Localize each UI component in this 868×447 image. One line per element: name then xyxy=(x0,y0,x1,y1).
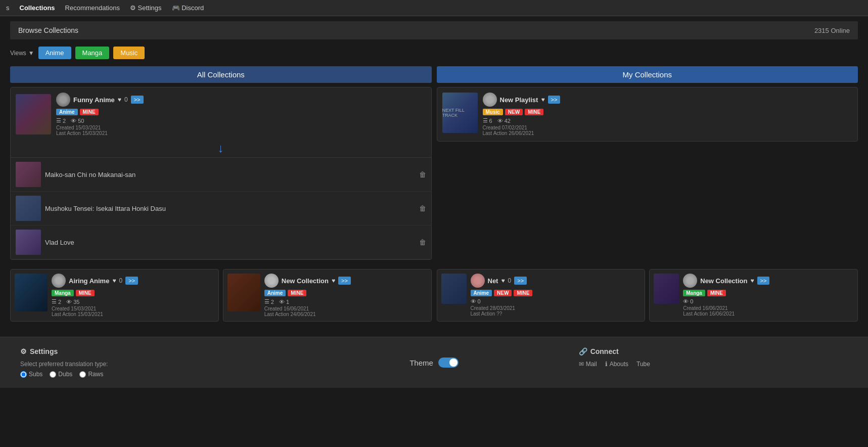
footer-settings-subtitle: Select preferred translation type: xyxy=(20,361,289,368)
airing-dates: Created 15/03/2021 Last Action 15/03/202… xyxy=(52,306,214,317)
expanded-item-1[interactable]: Maiko-san Chi no Makanai-san 🗑 xyxy=(11,158,431,192)
new-playlist-card[interactable]: NEXT FILL TRACK New Playlist ♥ >> Music … xyxy=(437,87,858,142)
footer-link-tube[interactable]: Tube xyxy=(636,361,650,368)
new-collection-right-title: New Collection xyxy=(700,277,747,285)
nav-item-s[interactable]: s xyxy=(6,4,10,12)
footer-settings: ⚙ Settings Select preferred translation … xyxy=(20,347,289,378)
nav-bar: s Collections Recommendations ⚙ Settings… xyxy=(0,0,868,16)
item-thumb-2 xyxy=(16,196,41,221)
info-icon: ℹ xyxy=(605,361,608,368)
net-title: Net xyxy=(488,277,498,285)
radio-subs[interactable]: Subs xyxy=(20,371,42,378)
new-playlist-avatar xyxy=(483,93,497,107)
airing-anime-card[interactable]: Airing Anime ♥ 0 >> Manga MINE ☰ 2 👁 35 xyxy=(10,269,219,322)
expanded-item-2[interactable]: Mushoku Tensei: Isekai Ittara Honki Dasu… xyxy=(11,192,431,226)
airing-tag-manga: Manga xyxy=(52,290,74,296)
net-tag-anime: Anime xyxy=(471,290,492,296)
net-likes: 0 xyxy=(508,277,512,284)
new-collection-right-card[interactable]: New Collection ♥ >> Manga MINE 👁 0 Creat… xyxy=(649,269,858,322)
anime-button[interactable]: Anime xyxy=(38,47,71,59)
my-collections-column: My Collections NEXT FILL TRACK New Playl… xyxy=(437,66,858,264)
net-header-row: Net ♥ 0 >> xyxy=(471,274,641,288)
funny-anime-dates: Created 15/03/2021 Last Action 15/03/202… xyxy=(56,125,426,136)
airing-anime-heart: ♥ xyxy=(112,277,116,284)
funny-anime-card-header: Funny Anime ♥ 0 >> Anime MINE ☰ 2 👁 50 xyxy=(11,87,431,141)
item-title-2: Mushoku Tensei: Isekai Ittara Honki Dasu xyxy=(45,205,415,212)
net-avatar xyxy=(471,274,485,288)
online-count: 2315 Online xyxy=(814,27,850,34)
net-tag-new: NEW xyxy=(494,290,512,296)
new-collection-right-thumb xyxy=(654,274,679,304)
funny-anime-card[interactable]: Funny Anime ♥ 0 >> Anime MINE ☰ 2 👁 50 xyxy=(10,87,432,260)
manga-button[interactable]: Manga xyxy=(75,47,110,59)
funny-anime-tags: Anime MINE xyxy=(56,109,426,115)
airing-tag-mine: MINE xyxy=(76,290,95,296)
net-tags: Anime NEW MINE xyxy=(471,290,641,296)
new-playlist-views-stat: 👁 42 xyxy=(497,117,511,124)
footer-link-abouts[interactable]: ℹ Abouts xyxy=(605,361,628,368)
ncl-views-stat: 👁 1 xyxy=(279,298,289,305)
new-collection-left-title: New Collection xyxy=(282,277,329,285)
ncr-tag-mine: MINE xyxy=(707,290,726,296)
footer-link-mail[interactable]: ✉ Mail xyxy=(579,361,597,368)
ncr-dates: Created 16/06/2021 Last Action 16/06/202… xyxy=(683,305,853,317)
airing-anime-likes: 0 xyxy=(119,277,123,284)
views-row: Views ▼ Anime Manga Music xyxy=(10,47,858,59)
music-button[interactable]: Music xyxy=(113,47,145,59)
expanded-item-3[interactable]: Vlad Love 🗑 xyxy=(11,226,431,259)
my-collections-header: My Collections xyxy=(437,66,858,83)
new-playlist-nav-btn[interactable]: >> xyxy=(548,96,561,104)
tag-music: Music xyxy=(483,109,503,115)
net-views-stat: 👁 0 xyxy=(471,298,481,304)
funny-anime-thumb xyxy=(16,94,51,135)
new-playlist-dates: Created 07/02/2021 Last Action 26/06/202… xyxy=(483,125,853,136)
net-nav-btn[interactable]: >> xyxy=(514,277,527,285)
airing-anime-nav-btn[interactable]: >> xyxy=(125,277,138,285)
radio-dubs-input[interactable] xyxy=(50,371,56,378)
footer-links: ✉ Mail ℹ Abouts Tube xyxy=(579,361,848,368)
new-playlist-title: New Playlist xyxy=(500,96,538,104)
nav-item-collections[interactable]: Collections xyxy=(20,4,55,12)
new-collection-left-card[interactable]: New Collection ♥ >> Anime MINE ☰ 2 👁 1 C… xyxy=(223,269,432,322)
net-card[interactable]: Net ♥ 0 >> Anime NEW MINE 👁 0 Created xyxy=(437,269,646,322)
airing-anime-title: Airing Anime xyxy=(69,277,109,285)
funny-anime-avatar xyxy=(56,93,70,107)
radio-raws[interactable]: Raws xyxy=(79,371,103,378)
theme-label: Theme xyxy=(409,359,433,367)
all-collections-header: All Collections xyxy=(10,66,432,83)
nav-item-recommendations[interactable]: Recommendations xyxy=(65,4,120,12)
new-playlist-items-stat: ☰ 6 xyxy=(483,117,492,124)
mail-icon: ✉ xyxy=(579,361,584,368)
new-collection-left-heart: ♥ xyxy=(332,277,335,284)
new-collection-left-nav-btn[interactable]: >> xyxy=(338,277,351,285)
browse-title: Browse Collections xyxy=(18,26,78,34)
net-stats: 👁 0 xyxy=(471,298,641,304)
delete-btn-2[interactable]: 🗑 xyxy=(419,204,426,212)
radio-raws-input[interactable] xyxy=(79,371,86,378)
radio-dubs[interactable]: Dubs xyxy=(50,371,72,378)
footer-connect: 🔗 Connect ✉ Mail ℹ Abouts Tube xyxy=(579,347,848,378)
collections-area: All Collections Funny Anime ♥ 0 >> xyxy=(10,66,858,264)
new-collection-left-header: New Collection ♥ >> xyxy=(264,274,427,288)
new-playlist-thumb: NEXT FILL TRACK xyxy=(442,93,478,133)
new-playlist-header-row: New Playlist ♥ >> xyxy=(483,93,853,107)
funny-anime-items-stat: ☰ 2 xyxy=(56,117,66,124)
airing-anime-avatar xyxy=(52,274,66,288)
new-playlist-heart: ♥ xyxy=(541,96,544,103)
nav-item-settings[interactable]: ⚙ Settings xyxy=(130,4,162,12)
tag-new: NEW xyxy=(505,109,523,115)
funny-anime-likes: 0 xyxy=(124,96,128,103)
ncr-nav-btn[interactable]: >> xyxy=(757,277,770,285)
nav-item-discord[interactable]: 🎮 Discord xyxy=(172,4,204,12)
new-collection-left-avatar xyxy=(264,274,279,288)
delete-btn-1[interactable]: 🗑 xyxy=(419,170,426,178)
delete-btn-3[interactable]: 🗑 xyxy=(419,238,426,246)
theme-toggle[interactable] xyxy=(438,357,459,368)
net-info: Net ♥ 0 >> Anime NEW MINE 👁 0 Created xyxy=(471,274,641,317)
ncr-tag-manga: Manga xyxy=(683,290,705,296)
radio-subs-input[interactable] xyxy=(20,371,27,378)
funny-anime-nav-btn[interactable]: >> xyxy=(131,96,144,104)
footer-theme: Theme xyxy=(299,347,568,378)
all-collections-column: All Collections Funny Anime ♥ 0 >> xyxy=(10,66,432,264)
main-container: Browse Collections 2315 Online Views ▼ A… xyxy=(0,16,868,337)
